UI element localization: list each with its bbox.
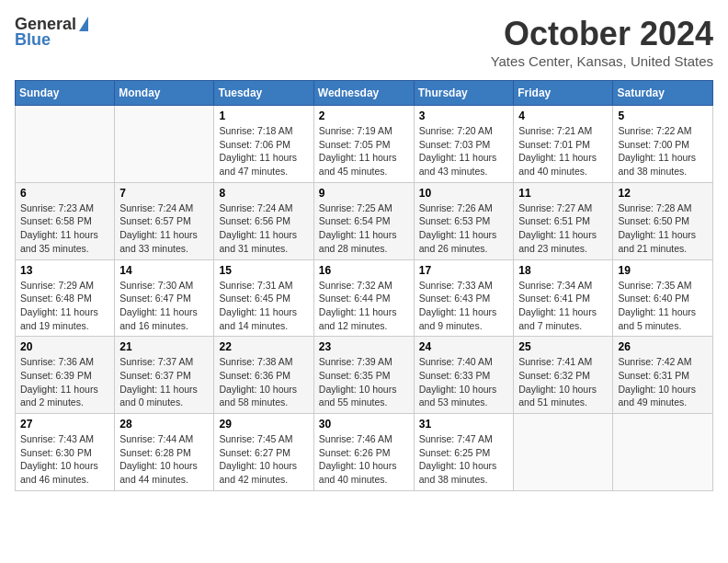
table-row: 7Sunrise: 7:24 AM Sunset: 6:57 PM Daylig…: [115, 182, 214, 259]
table-row: 23Sunrise: 7:39 AM Sunset: 6:35 PM Dayli…: [313, 337, 414, 414]
day-info: Sunrise: 7:18 AM Sunset: 7:06 PM Dayligh…: [219, 124, 308, 178]
day-info: Sunrise: 7:23 AM Sunset: 6:58 PM Dayligh…: [20, 201, 109, 256]
day-info: Sunrise: 7:26 AM Sunset: 6:53 PM Dayligh…: [419, 201, 509, 256]
table-row: 1Sunrise: 7:18 AM Sunset: 7:06 PM Daylig…: [214, 106, 313, 183]
table-row: 19Sunrise: 7:35 AM Sunset: 6:40 PM Dayli…: [613, 259, 713, 337]
table-row: 20Sunrise: 7:36 AM Sunset: 6:39 PM Dayli…: [16, 337, 115, 414]
col-friday: Friday: [514, 81, 613, 106]
day-number: 25: [518, 340, 608, 353]
table-row: 27Sunrise: 7:43 AM Sunset: 6:30 PM Dayli…: [16, 414, 115, 491]
calendar-week-2: 6Sunrise: 7:23 AM Sunset: 6:58 PM Daylig…: [16, 182, 713, 259]
table-row: 18Sunrise: 7:34 AM Sunset: 6:41 PM Dayli…: [514, 259, 613, 337]
table-row: 25Sunrise: 7:41 AM Sunset: 6:32 PM Dayli…: [514, 337, 613, 414]
table-row: 31Sunrise: 7:47 AM Sunset: 6:25 PM Dayli…: [414, 414, 514, 491]
table-row: 4Sunrise: 7:21 AM Sunset: 7:01 PM Daylig…: [514, 106, 613, 183]
location-title: Yates Center, Kansas, United States: [491, 53, 713, 69]
day-info: Sunrise: 7:47 AM Sunset: 6:25 PM Dayligh…: [419, 432, 509, 487]
day-number: 7: [119, 187, 209, 200]
table-row: 24Sunrise: 7:40 AM Sunset: 6:33 PM Dayli…: [414, 337, 514, 414]
table-row: 28Sunrise: 7:44 AM Sunset: 6:28 PM Dayli…: [115, 414, 214, 491]
day-number: 13: [20, 264, 109, 277]
day-info: Sunrise: 7:45 AM Sunset: 6:27 PM Dayligh…: [219, 432, 308, 487]
day-number: 15: [219, 264, 308, 277]
logo-flag-icon: [79, 17, 88, 31]
day-number: 3: [419, 109, 509, 122]
title-section: October 2024 Yates Center, Kansas, Unite…: [491, 15, 713, 69]
table-row: 17Sunrise: 7:33 AM Sunset: 6:43 PM Dayli…: [414, 259, 514, 337]
day-number: 30: [319, 418, 409, 431]
day-number: 31: [419, 418, 509, 431]
table-row: 14Sunrise: 7:30 AM Sunset: 6:47 PM Dayli…: [115, 259, 214, 337]
table-row: 16Sunrise: 7:32 AM Sunset: 6:44 PM Dayli…: [313, 259, 414, 337]
table-row: [115, 106, 214, 183]
calendar-table: Sunday Monday Tuesday Wednesday Thursday…: [15, 80, 713, 491]
calendar-week-1: 1Sunrise: 7:18 AM Sunset: 7:06 PM Daylig…: [16, 106, 713, 183]
calendar-header-row: Sunday Monday Tuesday Wednesday Thursday…: [16, 81, 713, 106]
day-number: 11: [518, 187, 608, 200]
logo: General Blue: [15, 15, 88, 50]
table-row: 21Sunrise: 7:37 AM Sunset: 6:37 PM Dayli…: [115, 337, 214, 414]
day-number: 6: [20, 187, 109, 200]
day-info: Sunrise: 7:24 AM Sunset: 6:56 PM Dayligh…: [219, 201, 308, 256]
col-thursday: Thursday: [414, 81, 514, 106]
day-number: 4: [518, 109, 608, 122]
day-number: 2: [319, 109, 409, 122]
day-info: Sunrise: 7:25 AM Sunset: 6:54 PM Dayligh…: [319, 201, 409, 256]
table-row: [514, 414, 613, 491]
day-number: 26: [618, 340, 708, 353]
table-row: 12Sunrise: 7:28 AM Sunset: 6:50 PM Dayli…: [613, 182, 713, 259]
day-info: Sunrise: 7:46 AM Sunset: 6:26 PM Dayligh…: [319, 432, 409, 487]
table-row: 9Sunrise: 7:25 AM Sunset: 6:54 PM Daylig…: [313, 182, 414, 259]
table-row: 11Sunrise: 7:27 AM Sunset: 6:51 PM Dayli…: [514, 182, 613, 259]
day-info: Sunrise: 7:42 AM Sunset: 6:31 PM Dayligh…: [618, 355, 708, 409]
day-number: 10: [419, 187, 509, 200]
table-row: 22Sunrise: 7:38 AM Sunset: 6:36 PM Dayli…: [214, 337, 313, 414]
day-info: Sunrise: 7:35 AM Sunset: 6:40 PM Dayligh…: [618, 279, 708, 333]
table-row: 3Sunrise: 7:20 AM Sunset: 7:03 PM Daylig…: [414, 106, 514, 183]
day-info: Sunrise: 7:30 AM Sunset: 6:47 PM Dayligh…: [119, 279, 209, 333]
day-number: 24: [419, 340, 509, 353]
logo-blue-text: Blue: [15, 30, 51, 50]
day-number: 8: [219, 187, 308, 200]
table-row: 10Sunrise: 7:26 AM Sunset: 6:53 PM Dayli…: [414, 182, 514, 259]
table-row: 6Sunrise: 7:23 AM Sunset: 6:58 PM Daylig…: [16, 182, 115, 259]
page-header: General Blue October 2024 Yates Center, …: [15, 15, 713, 69]
day-info: Sunrise: 7:37 AM Sunset: 6:37 PM Dayligh…: [119, 355, 209, 409]
table-row: 15Sunrise: 7:31 AM Sunset: 6:45 PM Dayli…: [214, 259, 313, 337]
day-number: 1: [219, 109, 308, 122]
day-number: 18: [518, 264, 608, 277]
day-number: 21: [119, 340, 209, 353]
col-tuesday: Tuesday: [214, 81, 313, 106]
day-number: 9: [319, 187, 409, 200]
table-row: 13Sunrise: 7:29 AM Sunset: 6:48 PM Dayli…: [16, 259, 115, 337]
col-sunday: Sunday: [16, 81, 115, 106]
day-info: Sunrise: 7:31 AM Sunset: 6:45 PM Dayligh…: [219, 279, 308, 333]
day-number: 14: [119, 264, 209, 277]
day-info: Sunrise: 7:33 AM Sunset: 6:43 PM Dayligh…: [419, 279, 509, 333]
day-number: 16: [319, 264, 409, 277]
day-info: Sunrise: 7:34 AM Sunset: 6:41 PM Dayligh…: [518, 279, 608, 333]
day-info: Sunrise: 7:20 AM Sunset: 7:03 PM Dayligh…: [419, 124, 509, 178]
table-row: 30Sunrise: 7:46 AM Sunset: 6:26 PM Dayli…: [313, 414, 414, 491]
day-info: Sunrise: 7:22 AM Sunset: 7:00 PM Dayligh…: [618, 124, 708, 178]
col-saturday: Saturday: [613, 81, 713, 106]
day-number: 5: [618, 109, 708, 122]
day-number: 27: [20, 418, 109, 431]
day-number: 22: [219, 340, 308, 353]
calendar-week-4: 20Sunrise: 7:36 AM Sunset: 6:39 PM Dayli…: [16, 337, 713, 414]
day-info: Sunrise: 7:32 AM Sunset: 6:44 PM Dayligh…: [319, 279, 409, 333]
day-info: Sunrise: 7:21 AM Sunset: 7:01 PM Dayligh…: [518, 124, 608, 178]
day-number: 28: [119, 418, 209, 431]
day-number: 29: [219, 418, 308, 431]
day-info: Sunrise: 7:36 AM Sunset: 6:39 PM Dayligh…: [20, 355, 109, 409]
day-info: Sunrise: 7:39 AM Sunset: 6:35 PM Dayligh…: [319, 355, 409, 409]
table-row: 29Sunrise: 7:45 AM Sunset: 6:27 PM Dayli…: [214, 414, 313, 491]
day-number: 23: [319, 340, 409, 353]
day-info: Sunrise: 7:40 AM Sunset: 6:33 PM Dayligh…: [419, 355, 509, 409]
col-monday: Monday: [115, 81, 214, 106]
day-info: Sunrise: 7:43 AM Sunset: 6:30 PM Dayligh…: [20, 432, 109, 487]
day-number: 17: [419, 264, 509, 277]
day-info: Sunrise: 7:38 AM Sunset: 6:36 PM Dayligh…: [219, 355, 308, 409]
day-info: Sunrise: 7:28 AM Sunset: 6:50 PM Dayligh…: [618, 201, 708, 256]
day-number: 12: [618, 187, 708, 200]
